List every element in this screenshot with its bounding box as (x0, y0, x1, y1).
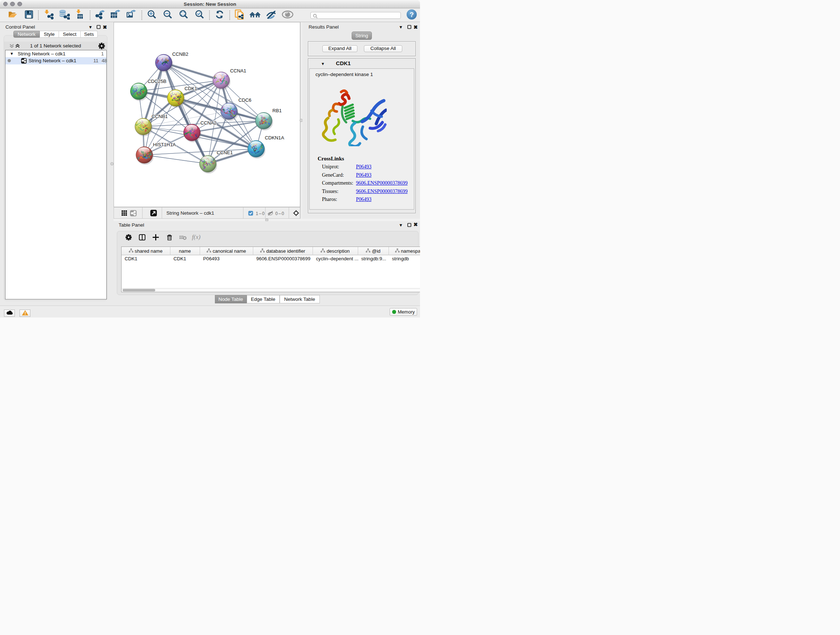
svg-text:CDK1: CDK1 (185, 86, 197, 91)
svg-text:CDC25B: CDC25B (148, 79, 166, 84)
svg-text:CCNE1: CCNE1 (217, 150, 233, 155)
svg-text:CDKN1A: CDKN1A (265, 135, 284, 141)
svg-text:CDC6: CDC6 (238, 97, 251, 103)
svg-text:CCNB1: CCNB1 (152, 114, 168, 119)
svg-text:HIST1H1A: HIST1H1A (153, 142, 176, 147)
svg-text:CCNA2: CCNA2 (201, 120, 217, 126)
svg-text:CCNB2: CCNB2 (172, 51, 188, 57)
svg-text:CCNA1: CCNA1 (230, 68, 246, 73)
svg-text:RB1: RB1 (272, 108, 282, 113)
svg-text:?: ? (409, 11, 414, 19)
